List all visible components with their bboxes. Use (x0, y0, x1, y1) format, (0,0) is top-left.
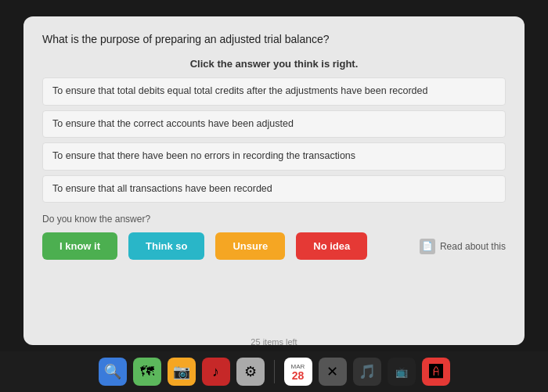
answer-option-3[interactable]: To ensure that there have been no errors… (42, 142, 506, 171)
music2-icon[interactable]: 🎵 (353, 358, 381, 386)
iknowit-button[interactable]: I know it (42, 232, 117, 260)
action-buttons-row: I know it Think so Unsure No idea 📄 Read… (42, 232, 506, 260)
music-icon[interactable]: ♪ (202, 358, 230, 386)
answer-option-4[interactable]: To ensure that all transactions have bee… (42, 175, 506, 203)
read-about-icon: 📄 (420, 239, 435, 254)
tv-icon[interactable]: 📺 (388, 358, 416, 386)
finder-icon[interactable]: 🔍 (99, 358, 127, 386)
dock-divider (274, 360, 275, 383)
dock: 🔍 🗺 📷 ♪ ⚙ MAR 28 ✕ 🎵 📺 🅰 (99, 358, 450, 386)
settings-icon[interactable]: ⚙ (236, 358, 265, 386)
answer-option-2[interactable]: To ensure that the correct accounts have… (42, 110, 506, 138)
app-icon[interactable]: 🅰 (422, 358, 450, 386)
photos-icon[interactable]: 📷 (168, 358, 196, 386)
answer-option-1[interactable]: To ensure that total debits equal total … (42, 77, 506, 106)
answer-options-list: To ensure that total debits equal total … (42, 77, 506, 203)
instruction-text: Click the answer you think is right. (42, 58, 506, 70)
unsure-button[interactable]: Unsure (215, 232, 285, 260)
taskbar: 🔍 🗺 📷 ♪ ⚙ MAR 28 ✕ 🎵 📺 🅰 (0, 351, 548, 392)
quiz-card: What is the purpose of preparing an adju… (23, 16, 525, 345)
thinkso-button[interactable]: Think so (128, 232, 204, 260)
read-about-label: Read about this (440, 241, 506, 252)
know-answer-label: Do you know the answer? (42, 214, 506, 225)
noidea-button[interactable]: No idea (296, 232, 367, 260)
items-left: 25 items left (251, 337, 297, 347)
calendar-icon[interactable]: MAR 28 (284, 358, 312, 386)
read-about-button[interactable]: 📄 Read about this (420, 239, 506, 254)
maps-icon[interactable]: 🗺 (133, 358, 161, 386)
question-text: What is the purpose of preparing an adju… (42, 32, 506, 48)
x-icon[interactable]: ✕ (319, 358, 347, 386)
